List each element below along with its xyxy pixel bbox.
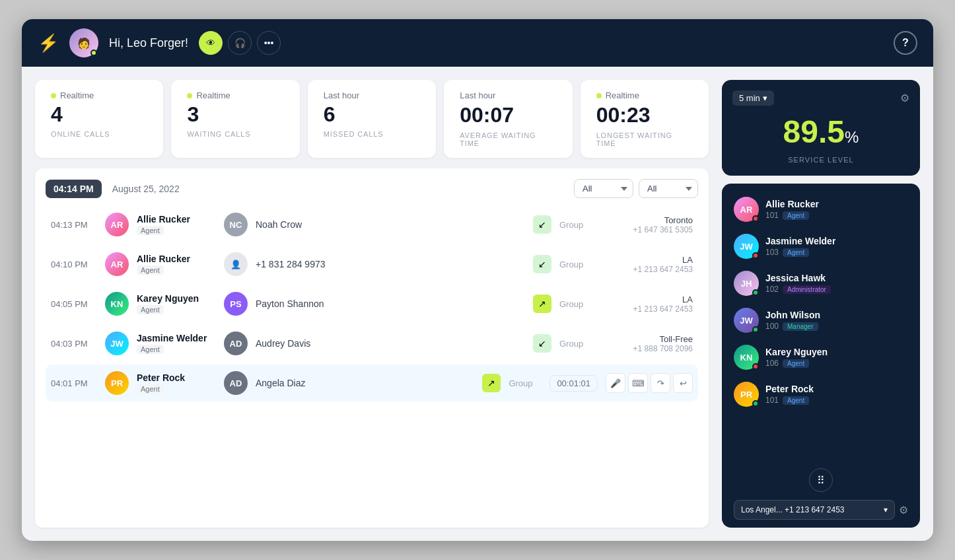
agent-ext: 101 <box>765 396 779 405</box>
call-row[interactable]: 04:05 PM KN Karey Nguyen Agent PS Payton… <box>46 285 698 322</box>
caller-name: Payton Shannon <box>256 298 324 309</box>
location-settings-icon[interactable]: ⚙ <box>899 504 908 516</box>
location-phone: +1 647 361 5305 <box>600 225 693 234</box>
location-select[interactable]: Los Angel... +1 213 647 2453 ▾ <box>734 500 895 520</box>
keypad-button[interactable]: ⌨ <box>628 373 648 393</box>
agent-avatar: KN <box>105 292 129 316</box>
headset-button[interactable]: 🎧 <box>228 31 252 55</box>
filter-select-2[interactable]: All Group Direct <box>639 179 698 198</box>
stat-value: 6 <box>324 103 420 126</box>
agent-list-item[interactable]: PR Peter Rock 101 Agent <box>730 376 912 412</box>
agent-list: AR Allie Rucker 101 Agent JW Jasmine Wel… <box>730 192 912 463</box>
agent-list-item[interactable]: JW John Wilson 100 Manager <box>730 302 912 338</box>
main-content: Realtime 4 ONLINE CALLS Realtime 3 WAITI… <box>22 67 933 541</box>
caller-name: Audrey Davis <box>256 338 310 349</box>
eye-button[interactable]: 👁 <box>199 31 223 55</box>
transfer-button[interactable]: ↷ <box>651 373 670 393</box>
agent-list-item[interactable]: KN Karey Nguyen 106 Agent <box>730 339 912 375</box>
header-left: ⚡ 🧑 Hi, Leo Forger! 👁 🎧 ••• <box>38 28 281 57</box>
call-row[interactable]: 04:10 PM AR Allie Rucker Agent 👤 +1 831 … <box>46 246 698 283</box>
stat-card: Last hour 00:07 AVERAGE WAITING TIME <box>444 80 572 158</box>
stat-card: Realtime 3 WAITING CALLS <box>171 80 299 158</box>
end-button[interactable]: ↩ <box>673 373 693 393</box>
agent-role: Agent <box>137 265 164 275</box>
time-filter-button[interactable]: 5 min ▾ <box>732 90 774 106</box>
agent-status-dot <box>752 400 759 407</box>
location-phone: +1 213 647 2453 <box>600 265 693 274</box>
location-section: LA +1 213 647 2453 <box>600 255 693 274</box>
filter-dropdowns: All Inbound Outbound All Group Direct <box>574 179 698 198</box>
stats-row: Realtime 4 ONLINE CALLS Realtime 3 WAITI… <box>35 80 709 158</box>
call-timer: 00:01:01 <box>549 375 598 392</box>
agent-status-dot <box>752 252 759 259</box>
agent-list-item[interactable]: AR Allie Rucker 101 Agent <box>730 192 912 227</box>
caller-name: Noah Crow <box>256 219 302 230</box>
time-filter-label: 5 min <box>739 93 760 103</box>
call-time: 04:05 PM <box>51 299 97 309</box>
call-row[interactable]: 04:01 PM PR Peter Rock Agent AD Angela D… <box>46 365 698 402</box>
service-percent: % <box>845 128 859 146</box>
agent-role: Agent <box>137 345 164 354</box>
agent-info: Karey Nguyen Agent <box>137 293 216 314</box>
call-row[interactable]: 04:13 PM AR Allie Rucker Agent NC Noah C… <box>46 206 698 243</box>
agent-info: Peter Rock Agent <box>137 372 216 394</box>
caller-avatar: PS <box>224 292 248 316</box>
agent-list-item[interactable]: JH Jessica Hawk 102 Administrator <box>730 265 912 301</box>
table-header: 04:14 PM August 25, 2022 All Inbound Out… <box>46 179 698 198</box>
agent-list-name: Jasmine Welder <box>765 236 908 246</box>
status-dot <box>51 93 56 98</box>
caller-name: +1 831 284 9973 <box>256 259 326 269</box>
dialpad-section: ⠿ <box>730 463 912 495</box>
agent-list-item[interactable]: JW Jasmine Welder 103 Agent <box>730 228 912 264</box>
current-date: August 25, 2022 <box>112 184 180 194</box>
call-direction-icon: ↙ <box>533 334 551 353</box>
agent-list-info: John Wilson 100 Manager <box>765 310 908 331</box>
call-time: 04:10 PM <box>51 260 97 269</box>
location-phone: +1 213 647 2453 <box>600 304 693 314</box>
dialpad-button[interactable]: ⠿ <box>809 468 833 492</box>
stat-type: Realtime <box>60 90 94 100</box>
call-row[interactable]: 04:03 PM JW Jasmine Welder Agent AD Audr… <box>46 325 698 362</box>
call-actions: 🎤 ⌨ ↷ ↩ <box>606 373 693 393</box>
stat-value: 00:23 <box>596 103 693 127</box>
stat-value: 4 <box>51 103 147 126</box>
agent-ext: 100 <box>765 322 779 331</box>
status-dot <box>596 93 602 98</box>
agent-list-sub: 103 Agent <box>765 248 908 257</box>
service-settings-icon[interactable]: ⚙ <box>900 92 909 104</box>
user-avatar-wrapper[interactable]: 🧑 <box>69 28 98 57</box>
caller-section: Noah Crow <box>256 219 525 230</box>
stat-desc: ONLINE CALLS <box>51 130 147 138</box>
call-direction-icon: ↙ <box>533 255 551 273</box>
greeting: Hi, Leo Forger! <box>109 36 188 50</box>
header-icons: 👁 🎧 ••• <box>199 31 281 55</box>
filter-select-1[interactable]: All Inbound Outbound <box>574 179 633 198</box>
agent-info: Jasmine Welder Agent <box>137 333 216 354</box>
agent-role-tag: Agent <box>783 211 809 220</box>
agent-list-avatar: JW <box>734 234 759 259</box>
service-level-card: 5 min ▾ ⚙ 89.5% SERVICE LEVEL <box>722 80 920 176</box>
mute-button[interactable]: 🎤 <box>606 373 625 393</box>
call-time: 04:13 PM <box>51 220 97 230</box>
help-button[interactable]: ? <box>894 31 917 55</box>
agent-list-avatar: JW <box>734 308 759 333</box>
call-direction-icon: ↗ <box>533 295 551 313</box>
agent-list-info: Allie Rucker 101 Agent <box>765 199 908 220</box>
stat-card: Realtime 00:23 LONGEST WAITING TIME <box>581 80 709 158</box>
service-label-wrapper: SERVICE LEVEL <box>732 153 909 165</box>
stat-label-row: Last hour <box>324 90 420 100</box>
agent-ext: 102 <box>765 285 779 294</box>
agent-role-tag: Agent <box>783 359 809 368</box>
service-value-wrapper: 89.5% <box>732 111 909 153</box>
agent-name: Allie Rucker <box>137 254 216 264</box>
agent-role-tag: Agent <box>783 396 809 405</box>
right-panel: 5 min ▾ ⚙ 89.5% SERVICE LEVEL AR <box>722 80 920 528</box>
agent-list-name: Allie Rucker <box>765 199 908 209</box>
agent-info: Allie Rucker Agent <box>137 254 216 275</box>
more-button[interactable]: ••• <box>257 31 281 55</box>
agent-list-sub: 102 Administrator <box>765 285 908 294</box>
caller-section: Angela Diaz <box>256 378 474 388</box>
stat-desc: MISSED CALLS <box>324 130 420 138</box>
stat-card: Last hour 6 MISSED CALLS <box>308 80 436 158</box>
agent-list-info: Peter Rock 101 Agent <box>765 384 908 405</box>
